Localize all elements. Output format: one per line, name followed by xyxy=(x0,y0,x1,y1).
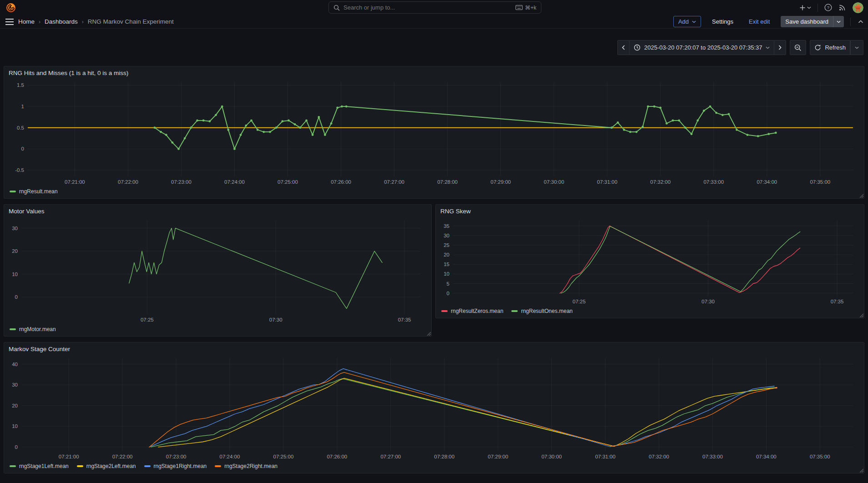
legend-item[interactable]: rngResultOnes.mean xyxy=(511,308,572,314)
user-avatar[interactable] xyxy=(853,2,863,13)
svg-text:1.5: 1.5 xyxy=(17,82,24,88)
legend-series-label: rngStage2Right.mean xyxy=(224,463,278,469)
svg-text:07:25: 07:25 xyxy=(573,299,586,304)
timeseries-chart[interactable]: 010203007:2507:3007:35 xyxy=(9,216,427,324)
refresh-interval-button[interactable] xyxy=(850,40,863,55)
panel-resize-handle[interactable] xyxy=(859,468,863,473)
magnifier-minus-icon xyxy=(794,44,802,51)
svg-text:15: 15 xyxy=(444,262,449,267)
timeseries-chart[interactable]: 0510152025303507:2507:3007:35 xyxy=(440,216,859,306)
search-bar[interactable]: ⌘+k xyxy=(328,1,541,14)
zoom-out-time-button[interactable] xyxy=(790,40,806,55)
timeseries-chart[interactable]: 01020304007:21:0007:22:0007:23:0007:24:0… xyxy=(9,354,859,461)
dashboard-nav-bar: Home › Dashboards › RNG Markov Chain Exp… xyxy=(0,15,868,29)
svg-text:0.5: 0.5 xyxy=(17,125,24,131)
panel-rng-hits-misses: RNG Hits and Misses (1 is a hit, 0 is a … xyxy=(4,66,864,199)
svg-text:07:32:00: 07:32:00 xyxy=(649,454,669,459)
legend-series-swatch xyxy=(441,310,448,312)
chevron-down-icon xyxy=(837,20,841,23)
refresh-button[interactable]: Refresh xyxy=(810,40,850,55)
navbar-divider xyxy=(850,18,851,26)
legend-series-label: rngResult.mean xyxy=(19,188,58,195)
chevron-left-icon xyxy=(622,45,625,50)
panel-resize-handle[interactable] xyxy=(859,193,863,198)
svg-text:07:22:00: 07:22:00 xyxy=(112,454,133,459)
svg-text:07:22:00: 07:22:00 xyxy=(118,179,138,185)
panel-resize-handle[interactable] xyxy=(426,331,431,336)
legend-item[interactable]: rngStage2Left.mean xyxy=(77,463,136,469)
news-rss-button[interactable] xyxy=(838,4,846,11)
breadcrumb-separator: › xyxy=(82,19,84,25)
breadcrumb-separator: › xyxy=(39,19,40,25)
legend-series-swatch xyxy=(215,465,221,467)
add-panel-button[interactable]: Add xyxy=(673,16,701,27)
chevron-down-icon xyxy=(807,6,811,9)
grafana-logo-icon[interactable] xyxy=(5,2,16,13)
time-shift-back-button[interactable] xyxy=(617,40,630,55)
time-range-picker[interactable]: 2025-03-20 07:20:07 to 2025-03-20 07:35:… xyxy=(630,40,774,55)
add-new-button[interactable] xyxy=(799,5,811,11)
svg-text:5: 5 xyxy=(447,281,449,287)
panel-title[interactable]: RNG Hits and Misses (1 is a hit, 0 is a … xyxy=(9,69,859,78)
svg-text:07:33:00: 07:33:00 xyxy=(703,179,724,185)
svg-text:0: 0 xyxy=(15,444,18,450)
svg-text:07:27:00: 07:27:00 xyxy=(380,454,401,459)
breadcrumb-home[interactable]: Home xyxy=(18,18,35,25)
svg-text:10: 10 xyxy=(444,271,449,277)
svg-text:07:32:00: 07:32:00 xyxy=(650,179,671,185)
svg-text:07:30:00: 07:30:00 xyxy=(541,454,562,459)
time-shift-forward-button[interactable] xyxy=(774,40,786,55)
svg-text:25: 25 xyxy=(444,242,449,248)
breadcrumb-dashboards[interactable]: Dashboards xyxy=(45,18,78,25)
svg-text:07:25: 07:25 xyxy=(141,317,154,322)
chart-legend: rngMotor.mean xyxy=(9,324,427,334)
legend-item[interactable]: rngResult.mean xyxy=(10,188,58,195)
timeseries-chart[interactable]: -0.500.511.507:21:0007:22:0007:23:0007:2… xyxy=(9,78,859,186)
svg-text:07:29:00: 07:29:00 xyxy=(490,179,511,185)
legend-item[interactable]: rngStage1Left.mean xyxy=(10,463,69,469)
legend-item[interactable]: rngStage1Right.mean xyxy=(144,463,207,469)
exit-edit-button[interactable]: Exit edit xyxy=(744,16,774,27)
svg-text:07:30: 07:30 xyxy=(269,317,283,322)
panel-title[interactable]: Markov Stage Counter xyxy=(9,345,859,354)
panel-markov-stage-counter: Markov Stage Counter 01020304007:21:0007… xyxy=(4,342,864,473)
panel-resize-handle[interactable] xyxy=(859,313,863,317)
save-dashboard-split-button: Save dashboard xyxy=(781,16,844,27)
save-dashboard-button[interactable]: Save dashboard xyxy=(781,16,833,27)
help-button[interactable]: ? xyxy=(824,4,832,11)
legend-series-label: rngResultOnes.mean xyxy=(521,308,572,314)
svg-text:07:25:00: 07:25:00 xyxy=(278,179,298,185)
breadcrumb-current: RNG Markov Chain Experiment xyxy=(88,18,174,25)
refresh-icon xyxy=(814,44,821,51)
svg-text:07:28:00: 07:28:00 xyxy=(434,454,454,459)
svg-text:30: 30 xyxy=(12,382,18,387)
legend-item[interactable]: rngResultZeros.mean xyxy=(441,308,503,314)
chevron-down-icon xyxy=(855,46,859,49)
svg-text:35: 35 xyxy=(444,223,449,229)
menu-toggle-icon[interactable] xyxy=(5,19,14,25)
legend-item[interactable]: rngStage2Right.mean xyxy=(215,463,278,469)
settings-button[interactable]: Settings xyxy=(707,16,738,27)
svg-text:07:23:00: 07:23:00 xyxy=(166,454,187,459)
svg-text:07:35:00: 07:35:00 xyxy=(810,454,830,459)
svg-text:07:23:00: 07:23:00 xyxy=(171,179,192,185)
legend-item[interactable]: rngMotor.mean xyxy=(10,326,56,332)
chevron-down-icon xyxy=(692,20,696,23)
svg-text:0: 0 xyxy=(447,291,449,296)
svg-text:07:24:00: 07:24:00 xyxy=(220,454,240,459)
panel-title[interactable]: Motor Values xyxy=(9,207,427,216)
legend-series-swatch xyxy=(10,465,16,467)
time-range-toolbar: 2025-03-20 07:20:07 to 2025-03-20 07:35:… xyxy=(617,40,863,55)
save-dashboard-options-button[interactable] xyxy=(833,16,844,27)
collapse-topbar-button[interactable] xyxy=(858,20,863,24)
chart-legend: rngStage1Left.meanrngStage2Left.meanrngS… xyxy=(9,461,859,471)
svg-text:07:29:00: 07:29:00 xyxy=(488,454,508,459)
svg-text:07:26:00: 07:26:00 xyxy=(331,179,351,185)
topbar-divider xyxy=(818,4,818,12)
svg-text:07:33:00: 07:33:00 xyxy=(702,454,723,459)
search-input[interactable] xyxy=(343,4,512,11)
svg-text:07:30:00: 07:30:00 xyxy=(544,179,564,185)
svg-text:-0.5: -0.5 xyxy=(15,167,24,173)
svg-text:10: 10 xyxy=(12,423,18,429)
panel-title[interactable]: RNG Skew xyxy=(440,207,859,216)
